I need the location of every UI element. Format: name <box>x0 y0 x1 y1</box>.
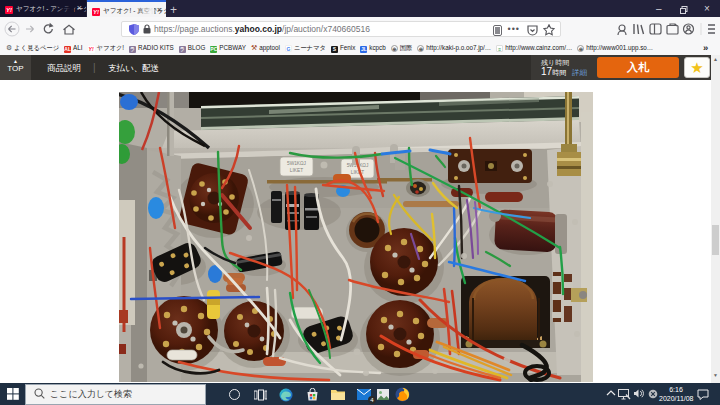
svg-text:LIKET: LIKET <box>351 170 364 175</box>
svg-text:5W1KΩJ: 5W1KΩJ <box>287 161 307 166</box>
svg-text:LIKET: LIKET <box>290 168 303 173</box>
